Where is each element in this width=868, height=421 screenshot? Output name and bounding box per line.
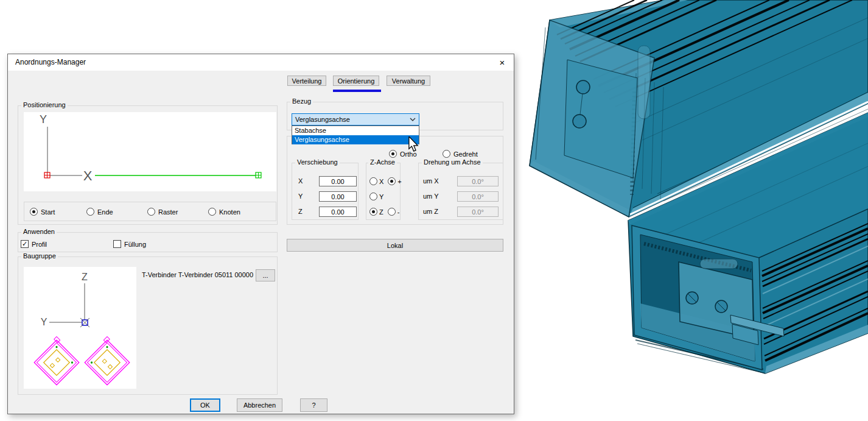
connector-part-left: [32, 337, 80, 385]
baugruppe-name: T-Verbinder T-Verbinder 05011 00000: [142, 271, 253, 279]
position-options-panel: Start Ende Raster Knoten: [24, 202, 276, 221]
radio-start[interactable]: [30, 208, 38, 216]
dropdown-option-verglasungsachse[interactable]: Verglasungsachse: [292, 135, 419, 144]
radio-raster-label: Raster: [158, 208, 178, 216]
radio-knoten[interactable]: [208, 208, 216, 216]
axis-z-label: Z: [82, 272, 88, 282]
bezug-combobox[interactable]: Verglasungsachse: [292, 113, 419, 126]
radio-sign-plus-label: +: [397, 178, 401, 185]
group-label-positionierung: Positionierung: [21, 101, 68, 109]
radio-axis-y-label: Y: [379, 193, 383, 200]
radio-sign-minus[interactable]: [388, 208, 396, 216]
dialog-title: Anordnungs-Manager: [15, 54, 86, 71]
radio-ende-label: Ende: [97, 208, 113, 216]
drehung-y-label: um Y: [423, 193, 438, 200]
desktop: Anordnungs-Manager × Verteilung Orientie…: [0, 0, 868, 421]
3d-viewport[interactable]: [516, 0, 868, 421]
group-label-verschiebung: Verschiebung: [295, 158, 340, 166]
group-label-bezug: Bezug: [290, 97, 313, 105]
tab-verwaltung[interactable]: Verwaltung: [387, 76, 430, 86]
radio-row-raster[interactable]: Raster: [147, 208, 178, 216]
verschiebung-x-field[interactable]: 0.00: [319, 176, 357, 186]
drill-hole: [573, 115, 586, 128]
radio-row-knoten[interactable]: Knoten: [208, 208, 240, 216]
drehung-x-field: 0.0°: [457, 176, 499, 186]
radio-axis-y[interactable]: [369, 193, 377, 200]
z-achse-row-y: Y: [369, 193, 383, 200]
verschiebung-y-field[interactable]: 0.00: [319, 191, 357, 202]
radio-knoten-label: Knoten: [219, 208, 240, 216]
cancel-button[interactable]: Abbrechen: [237, 398, 282, 412]
verschiebung-z-label: Z: [298, 208, 303, 216]
positionierung-preview: Y X: [24, 112, 276, 191]
group-anwenden: [18, 232, 278, 252]
radio-ortho[interactable]: [389, 150, 397, 158]
radio-axis-x[interactable]: [369, 177, 377, 185]
radio-gedreht[interactable]: [443, 150, 450, 158]
verschiebung-y-label: Y: [298, 193, 303, 200]
verschiebung-x-label: X: [298, 177, 303, 185]
group-label-z-achse: Z-Achse: [368, 158, 397, 166]
titlebar[interactable]: Anordnungs-Manager ×: [8, 54, 514, 71]
bezug-dropdown-list: Stabachse Verglasungsachse: [292, 126, 419, 144]
checkbox-row-profil[interactable]: ✓ Profil: [21, 240, 47, 248]
group-label-drehung: Drehung um Achse: [422, 158, 483, 166]
radio-sign-plus[interactable]: [388, 177, 396, 185]
drehung-x-label: um X: [423, 177, 439, 185]
axis-x-label: X: [83, 168, 93, 183]
drehung-z-field: 0.0°: [457, 207, 499, 217]
screw-channel: [638, 46, 650, 119]
lokal-button[interactable]: Lokal: [287, 239, 503, 252]
radio-gedreht-label: Gedreht: [453, 150, 478, 158]
help-button[interactable]: ?: [300, 398, 327, 412]
mouse-cursor-icon: [407, 136, 420, 152]
tab-orientierung[interactable]: Orientierung: [333, 76, 379, 86]
radio-raster[interactable]: [147, 208, 155, 216]
group-label-anwenden: Anwenden: [21, 228, 57, 236]
checkbox-profil[interactable]: ✓: [21, 240, 29, 248]
checkbox-fuellung-label: Füllung: [124, 241, 146, 248]
axis-y-label: Y: [40, 113, 47, 126]
group-label-baugruppe: Baugruppe: [21, 252, 58, 260]
radio-axis-z-label: Z: [379, 208, 383, 216]
radio-row-start[interactable]: Start: [30, 208, 55, 216]
connector-part-right: [83, 337, 131, 385]
checkbox-fuellung[interactable]: [113, 240, 121, 248]
radio-sign-minus-label: -: [397, 208, 400, 216]
z-achse-row-x: X +: [369, 177, 402, 185]
baugruppe-preview: Z Y: [24, 267, 136, 389]
radio-row-ende[interactable]: Ende: [86, 208, 113, 216]
drill-hole: [576, 80, 590, 94]
radio-row-gedreht[interactable]: Gedreht: [443, 150, 478, 158]
active-tab-underline: [333, 90, 381, 92]
chevron-down-icon: [410, 118, 416, 121]
dropdown-option-stabachse[interactable]: Stabachse: [292, 126, 419, 135]
dialog-anordnungs-manager: Anordnungs-Manager × Verteilung Orientie…: [7, 54, 514, 414]
radio-ende[interactable]: [86, 208, 94, 216]
radio-start-label: Start: [41, 208, 55, 216]
close-icon[interactable]: ×: [494, 56, 510, 69]
radio-axis-z[interactable]: [369, 208, 377, 216]
checkbox-profil-label: Profil: [32, 241, 47, 248]
verschiebung-z-field[interactable]: 0.00: [319, 207, 357, 217]
z-achse-row-z: Z -: [369, 208, 399, 216]
screw-channel: [700, 259, 738, 269]
checkbox-row-fuellung[interactable]: Füllung: [113, 240, 146, 248]
radio-axis-x-label: X: [379, 178, 383, 185]
drehung-z-label: um Z: [423, 208, 438, 216]
ok-button[interactable]: OK: [190, 398, 220, 412]
axis-y-label: Y: [41, 317, 47, 327]
tab-verteilung[interactable]: Verteilung: [287, 76, 326, 86]
browse-button[interactable]: ...: [256, 269, 275, 281]
combobox-value: Verglasungsachse: [295, 116, 350, 123]
drehung-y-field: 0.0°: [457, 191, 499, 202]
